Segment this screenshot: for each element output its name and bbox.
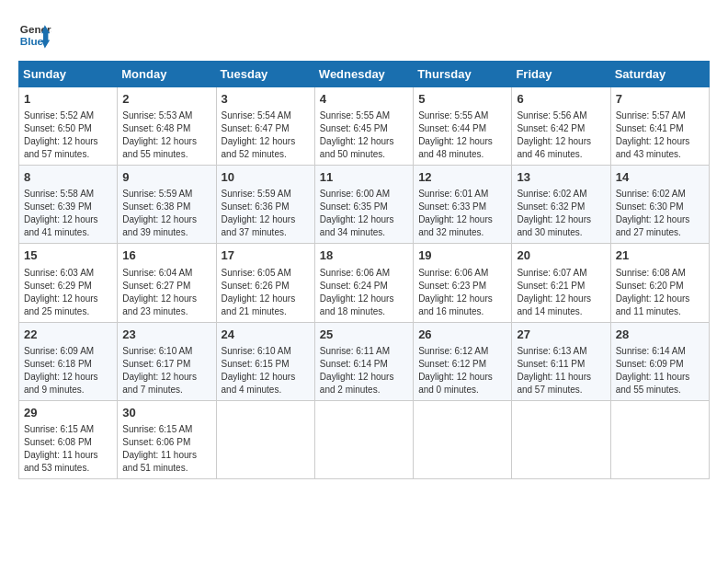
calendar-cell: 6Sunrise: 5:56 AM Sunset: 6:42 PM Daylig… [512,87,610,166]
calendar-cell: 13Sunrise: 6:02 AM Sunset: 6:32 PM Dayli… [512,166,610,244]
calendar-cell: 15Sunrise: 6:03 AM Sunset: 6:29 PM Dayli… [19,244,118,322]
day-number: 6 [517,91,605,108]
calendar-cell [314,400,413,478]
day-number: 2 [122,91,210,108]
day-info: Sunrise: 6:07 AM Sunset: 6:21 PM Dayligh… [517,267,605,318]
day-info: Sunrise: 5:53 AM Sunset: 6:48 PM Dayligh… [122,109,210,161]
calendar-cell: 28Sunrise: 6:14 AM Sunset: 6:09 PM Dayli… [610,322,709,400]
calendar-cell: 3Sunrise: 5:54 AM Sunset: 6:47 PM Daylig… [216,87,314,166]
day-number: 30 [122,405,210,421]
day-info: Sunrise: 5:59 AM Sunset: 6:36 PM Dayligh… [222,188,310,239]
calendar-cell: 23Sunrise: 6:10 AM Sunset: 6:17 PM Dayli… [118,322,216,400]
day-info: Sunrise: 6:11 AM Sunset: 6:14 PM Dayligh… [320,345,408,396]
day-number: 14 [616,169,704,186]
calendar-cell: 2Sunrise: 5:53 AM Sunset: 6:48 PM Daylig… [118,87,216,166]
calendar-cell: 10Sunrise: 5:59 AM Sunset: 6:36 PM Dayli… [216,166,314,244]
calendar-cell: 22Sunrise: 6:09 AM Sunset: 6:18 PM Dayli… [19,322,118,400]
day-number: 22 [24,327,112,343]
day-info: Sunrise: 5:52 AM Sunset: 6:50 PM Dayligh… [24,109,112,161]
logo-icon: General Blue [18,18,51,52]
calendar-cell: 29Sunrise: 6:15 AM Sunset: 6:08 PM Dayli… [19,400,118,478]
day-info: Sunrise: 6:02 AM Sunset: 6:32 PM Dayligh… [517,188,605,239]
day-number: 10 [222,169,310,186]
calendar-cell: 20Sunrise: 6:07 AM Sunset: 6:21 PM Dayli… [512,244,610,322]
day-info: Sunrise: 6:06 AM Sunset: 6:23 PM Dayligh… [418,267,506,318]
calendar-cell: 17Sunrise: 6:05 AM Sunset: 6:26 PM Dayli… [216,244,314,322]
calendar-cell: 14Sunrise: 6:02 AM Sunset: 6:30 PM Dayli… [610,166,709,244]
day-number: 26 [418,327,506,343]
day-number: 13 [517,169,605,186]
calendar-cell: 4Sunrise: 5:55 AM Sunset: 6:45 PM Daylig… [314,87,413,166]
weekday-header-tuesday: Tuesday [216,62,314,87]
calendar-cell: 12Sunrise: 6:01 AM Sunset: 6:33 PM Dayli… [414,166,512,244]
day-info: Sunrise: 6:13 AM Sunset: 6:11 PM Dayligh… [517,345,605,396]
day-info: Sunrise: 6:09 AM Sunset: 6:18 PM Dayligh… [24,345,112,396]
calendar-cell: 1Sunrise: 5:52 AM Sunset: 6:50 PM Daylig… [19,87,118,166]
day-number: 11 [320,169,408,186]
calendar-cell: 5Sunrise: 5:55 AM Sunset: 6:44 PM Daylig… [414,87,512,166]
day-number: 12 [418,169,506,186]
day-number: 17 [222,247,310,264]
day-number: 23 [122,327,210,343]
day-info: Sunrise: 6:04 AM Sunset: 6:27 PM Dayligh… [122,267,210,318]
calendar-table: SundayMondayTuesdayWednesdayThursdayFrid… [18,61,710,479]
calendar-cell [512,400,610,478]
svg-text:Blue: Blue [20,35,44,47]
day-number: 20 [517,247,605,264]
day-number: 16 [122,247,210,264]
day-number: 15 [24,247,112,264]
day-info: Sunrise: 5:57 AM Sunset: 6:41 PM Dayligh… [616,109,704,161]
calendar-cell [216,400,314,478]
calendar-cell: 30Sunrise: 6:15 AM Sunset: 6:06 PM Dayli… [118,400,216,478]
weekday-header-monday: Monday [118,62,216,87]
day-info: Sunrise: 6:00 AM Sunset: 6:35 PM Dayligh… [320,188,408,239]
calendar-cell: 16Sunrise: 6:04 AM Sunset: 6:27 PM Dayli… [118,244,216,322]
day-info: Sunrise: 6:10 AM Sunset: 6:17 PM Dayligh… [122,345,210,396]
day-number: 3 [222,91,310,108]
day-number: 5 [418,91,506,108]
day-info: Sunrise: 6:01 AM Sunset: 6:33 PM Dayligh… [418,188,506,239]
day-number: 8 [24,169,112,186]
day-info: Sunrise: 5:59 AM Sunset: 6:38 PM Dayligh… [122,188,210,239]
day-info: Sunrise: 6:15 AM Sunset: 6:06 PM Dayligh… [122,423,210,475]
weekday-header-saturday: Saturday [610,62,709,87]
day-info: Sunrise: 5:55 AM Sunset: 6:45 PM Dayligh… [320,109,408,161]
day-info: Sunrise: 6:06 AM Sunset: 6:24 PM Dayligh… [320,267,408,318]
weekday-header-wednesday: Wednesday [314,62,413,87]
day-info: Sunrise: 6:05 AM Sunset: 6:26 PM Dayligh… [222,267,310,318]
calendar-cell: 7Sunrise: 5:57 AM Sunset: 6:41 PM Daylig… [610,87,709,166]
calendar-cell: 19Sunrise: 6:06 AM Sunset: 6:23 PM Dayli… [414,244,512,322]
day-info: Sunrise: 5:58 AM Sunset: 6:39 PM Dayligh… [24,188,112,239]
calendar-cell: 8Sunrise: 5:58 AM Sunset: 6:39 PM Daylig… [19,166,118,244]
day-number: 27 [517,327,605,343]
day-number: 19 [418,247,506,264]
calendar-cell [414,400,512,478]
day-info: Sunrise: 6:12 AM Sunset: 6:12 PM Dayligh… [418,345,506,396]
day-number: 21 [616,247,704,264]
day-number: 7 [616,91,704,108]
day-info: Sunrise: 6:03 AM Sunset: 6:29 PM Dayligh… [24,267,112,318]
calendar-cell: 25Sunrise: 6:11 AM Sunset: 6:14 PM Dayli… [314,322,413,400]
day-info: Sunrise: 5:56 AM Sunset: 6:42 PM Dayligh… [517,109,605,161]
day-info: Sunrise: 6:10 AM Sunset: 6:15 PM Dayligh… [222,345,310,396]
calendar-cell: 26Sunrise: 6:12 AM Sunset: 6:12 PM Dayli… [414,322,512,400]
weekday-header-friday: Friday [512,62,610,87]
day-info: Sunrise: 6:14 AM Sunset: 6:09 PM Dayligh… [616,345,704,396]
day-number: 25 [320,327,408,343]
calendar-cell [610,400,709,478]
day-info: Sunrise: 6:08 AM Sunset: 6:20 PM Dayligh… [616,267,704,318]
calendar-cell: 27Sunrise: 6:13 AM Sunset: 6:11 PM Dayli… [512,322,610,400]
day-info: Sunrise: 5:55 AM Sunset: 6:44 PM Dayligh… [418,109,506,161]
day-number: 29 [24,405,112,421]
day-info: Sunrise: 6:15 AM Sunset: 6:08 PM Dayligh… [24,423,112,475]
day-number: 1 [24,91,112,108]
day-info: Sunrise: 5:54 AM Sunset: 6:47 PM Dayligh… [222,109,310,161]
weekday-header-sunday: Sunday [19,62,118,87]
day-number: 4 [320,91,408,108]
calendar-cell: 21Sunrise: 6:08 AM Sunset: 6:20 PM Dayli… [610,244,709,322]
logo: General Blue [18,18,51,52]
day-number: 28 [616,327,704,343]
day-number: 9 [122,169,210,186]
calendar-cell: 18Sunrise: 6:06 AM Sunset: 6:24 PM Dayli… [314,244,413,322]
calendar-cell: 11Sunrise: 6:00 AM Sunset: 6:35 PM Dayli… [314,166,413,244]
